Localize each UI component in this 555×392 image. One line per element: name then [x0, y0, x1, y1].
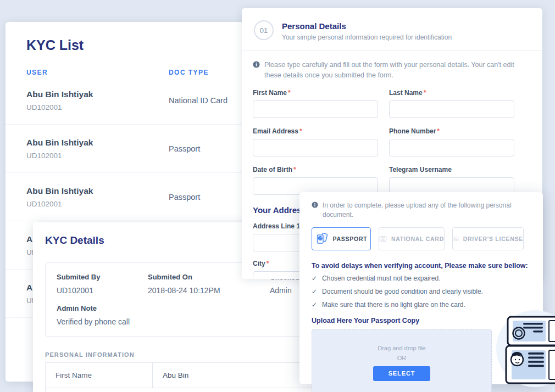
user-name: Abu Bin Ishtiyak: [26, 89, 169, 99]
required-mark: *: [437, 127, 440, 135]
last-name-label: Last Name*: [389, 89, 514, 97]
file-dropzone[interactable]: Drag and drop file OR SELECT: [312, 329, 492, 392]
personal-details-subtitle: Your simple personal information require…: [282, 33, 452, 41]
user-id: UD102001: [26, 103, 169, 111]
doc-type-passport-button[interactable]: PASSPORT: [312, 227, 371, 250]
national-card-icon: [379, 233, 387, 245]
doc-type-label: NATIONAL CARD: [391, 236, 444, 242]
table-row[interactable]: Abu Bin Ishtiyak UD102001 Passport: [5, 173, 243, 221]
passport-icon: [315, 232, 329, 245]
dropzone-hint: Drag and drop file: [312, 345, 491, 351]
kyc-admin-page: KYC List USER DOC TYPE Abu Bin Ishtiyak …: [0, 0, 555, 392]
doc-type-value: Passport: [169, 144, 233, 153]
submitted-by-value: UD102001: [57, 286, 148, 295]
required-mark: *: [267, 260, 269, 267]
doc-type-label: DRIVER'S LICENSE: [463, 236, 523, 242]
checklist-item: ✓ Document should be good condition and …: [312, 288, 531, 296]
check-icon: ✓: [312, 301, 317, 309]
user-name: Abu Bin Ishtiyak: [26, 138, 169, 148]
passport-card-graphic: [508, 317, 555, 345]
required-mark: *: [293, 166, 296, 173]
first-name-label: First Name: [46, 363, 153, 388]
email-field[interactable]: [253, 139, 378, 156]
user-id: UD102001: [26, 200, 169, 208]
step-number-badge: 01: [254, 20, 274, 40]
last-name-field[interactable]: [389, 100, 514, 118]
form-note: Please type carefully and fill out the f…: [264, 60, 531, 81]
verify-instructions-title: To avoid delays when verifying account, …: [312, 262, 531, 270]
phone-label: Phone Number*: [389, 127, 514, 135]
check-icon: ✓: [312, 275, 317, 283]
required-mark: *: [299, 127, 302, 135]
column-header-doc-type[interactable]: DOC TYPE: [169, 69, 233, 76]
required-mark: *: [288, 89, 291, 97]
telegram-label: Telegram Username: [389, 166, 514, 173]
first-name-field[interactable]: [253, 100, 378, 118]
dob-label: Date of Birth*: [253, 166, 378, 173]
doc-type-national-card-button[interactable]: NATIONAL CARD: [379, 227, 445, 250]
info-icon: [253, 61, 260, 68]
kyc-list-title: KYC List: [5, 37, 254, 53]
license-card-graphic: [506, 346, 555, 383]
table-row[interactable]: Abu Bin Ishtiyak UD102001 Passport: [5, 125, 243, 173]
info-icon: [312, 201, 318, 208]
first-name-value: Abu Bin: [153, 371, 188, 379]
table-row[interactable]: Abu Bin Ishtiyak UD102001 National ID Ca…: [5, 76, 243, 125]
submitted-by-label: Submited By: [57, 273, 148, 281]
email-label: Email Address*: [253, 127, 378, 135]
check-icon: ✓: [312, 288, 317, 296]
submitted-on-value: 2018-08-24 10:12PM: [148, 286, 270, 295]
dropzone-or: OR: [312, 355, 491, 361]
user-id: UD102001: [26, 152, 169, 160]
first-name-label: First Name*: [253, 89, 378, 97]
doc-type-drivers-license-button[interactable]: DRIVER'S LICENSE: [452, 227, 524, 250]
checklist-item: ✓ Chosen credential must not be expaired…: [312, 275, 531, 283]
drivers-license-icon: [453, 233, 459, 245]
doc-type-label: PASSPORT: [333, 236, 368, 242]
column-header-user[interactable]: USER: [26, 69, 169, 76]
upload-note: In order to complete, please upload any …: [323, 201, 531, 220]
select-file-button[interactable]: SELECT: [373, 366, 430, 381]
phone-field[interactable]: [389, 139, 514, 156]
doc-type-value: National ID Card: [169, 96, 233, 105]
doc-type-value: Passport: [169, 193, 233, 201]
id-cards-illustration: [495, 307, 555, 392]
kyc-list-header: USER DOC TYPE: [5, 69, 254, 76]
user-name: Abu Bin Ishtiyak: [26, 186, 169, 196]
required-mark: *: [424, 89, 426, 97]
personal-details-title: Personal Details: [282, 21, 452, 31]
